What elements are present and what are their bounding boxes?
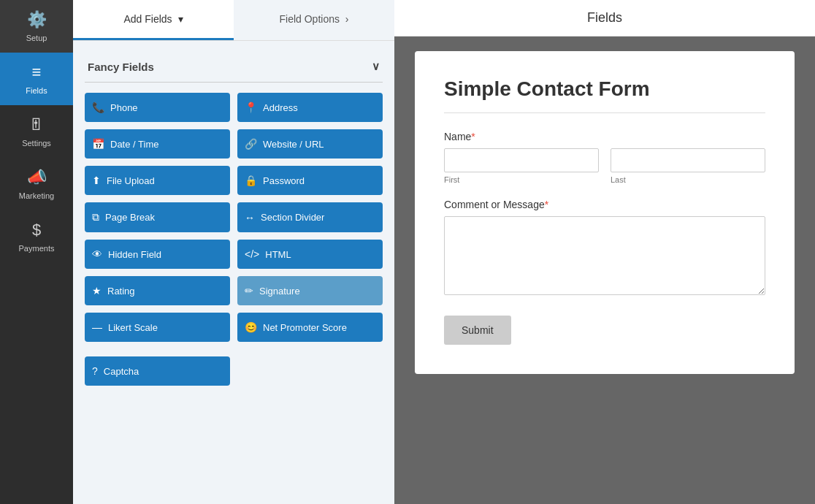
settings-icon: 🎚 bbox=[28, 115, 45, 134]
name-label: Name* bbox=[444, 131, 765, 142]
field-btn-sectiondivider[interactable]: ↔ Section Divider bbox=[237, 202, 383, 232]
field-btn-fileupload[interactable]: ⬆ File Upload bbox=[85, 166, 230, 195]
fancy-fields-header[interactable]: Fancy Fields ∨ bbox=[85, 53, 383, 82]
field-btn-datetime-label: Date / Time bbox=[110, 139, 158, 150]
main-header: Fields bbox=[394, 0, 815, 37]
field-btn-html[interactable]: </> HTML bbox=[237, 240, 383, 269]
sidebar: ⚙️ Setup ≡ Fields 🎚 Settings 📣 Marketing… bbox=[0, 0, 73, 504]
field-btn-address[interactable]: 📍 Address bbox=[237, 93, 383, 122]
field-btn-website[interactable]: 🔗 Website / URL bbox=[237, 129, 383, 159]
panel-tabs: Add Fields ▾ Field Options › bbox=[73, 0, 394, 41]
first-name-field: First bbox=[444, 148, 599, 184]
field-btn-signature[interactable]: ✏ Signature bbox=[237, 276, 383, 305]
captcha-icon: ? bbox=[92, 365, 98, 377]
first-name-input[interactable] bbox=[444, 148, 599, 172]
tab-add-fields[interactable]: Add Fields ▾ bbox=[73, 0, 234, 40]
phone-icon: 📞 bbox=[92, 102, 104, 113]
form-title: Simple Contact Form bbox=[444, 77, 765, 113]
address-icon: 📍 bbox=[245, 102, 257, 113]
hiddenfield-icon: 👁 bbox=[92, 248, 102, 260]
fancy-fields-divider bbox=[85, 82, 383, 83]
field-btn-pagebreak-label: Page Break bbox=[105, 212, 155, 223]
panel-content: Fancy Fields ∨ 📞 Phone 📍 Address 📅 Date … bbox=[73, 41, 394, 504]
fields-panel: Add Fields ▾ Field Options › Fancy Field… bbox=[73, 0, 394, 504]
last-name-field: Last bbox=[611, 148, 765, 184]
field-btn-hiddenfield-label: Hidden Field bbox=[108, 249, 161, 260]
field-btn-likertscale-label: Likert Scale bbox=[108, 322, 158, 333]
field-btn-captcha-label: Captcha bbox=[104, 366, 139, 377]
field-btn-address-label: Address bbox=[263, 102, 298, 113]
html-icon: </> bbox=[245, 248, 259, 260]
sidebar-item-payments[interactable]: $ Payments bbox=[0, 210, 73, 263]
sidebar-item-payments-label: Payments bbox=[19, 244, 55, 253]
field-btn-likertscale[interactable]: — Likert Scale bbox=[85, 313, 230, 342]
field-btn-hiddenfield[interactable]: 👁 Hidden Field bbox=[85, 240, 230, 269]
website-icon: 🔗 bbox=[245, 138, 257, 150]
field-btn-rating[interactable]: ★ Rating bbox=[85, 276, 230, 305]
field-btn-phone-label: Phone bbox=[110, 102, 138, 113]
message-field: Comment or Message* bbox=[444, 199, 765, 298]
password-icon: 🔒 bbox=[245, 175, 257, 186]
sidebar-item-settings[interactable]: 🎚 Settings bbox=[0, 105, 73, 158]
first-name-sublabel: First bbox=[444, 175, 599, 184]
sidebar-item-marketing[interactable]: 📣 Marketing bbox=[0, 158, 73, 210]
pagebreak-icon: ⧉ bbox=[92, 211, 99, 224]
datetime-icon: 📅 bbox=[92, 138, 104, 150]
field-btn-password[interactable]: 🔒 Password bbox=[237, 166, 383, 195]
sidebar-item-fields[interactable]: ≡ Fields bbox=[0, 53, 73, 105]
field-btn-sectiondivider-label: Section Divider bbox=[261, 212, 324, 223]
form-card: Simple Contact Form Name* First Last Com… bbox=[415, 51, 795, 374]
field-btn-phone[interactable]: 📞 Phone bbox=[85, 93, 230, 122]
field-btn-netpromoter-label: Net Promoter Score bbox=[263, 322, 347, 333]
sidebar-item-setup[interactable]: ⚙️ Setup bbox=[0, 0, 73, 53]
field-options-chevron-icon: › bbox=[345, 13, 349, 25]
setup-icon: ⚙️ bbox=[27, 10, 47, 29]
sidebar-item-marketing-label: Marketing bbox=[19, 191, 54, 200]
message-label: Comment or Message* bbox=[444, 199, 765, 210]
field-btn-captcha[interactable]: ? Captcha bbox=[85, 356, 230, 386]
name-group: First Last bbox=[444, 148, 765, 184]
fileupload-icon: ⬆ bbox=[92, 175, 101, 186]
sectiondivider-icon: ↔ bbox=[245, 212, 255, 224]
sidebar-item-setup-label: Setup bbox=[26, 34, 47, 42]
fancy-fields-collapse-icon: ∨ bbox=[372, 60, 380, 73]
payments-icon: $ bbox=[32, 221, 41, 240]
page-title: Fields bbox=[587, 10, 622, 25]
signature-icon: ✏ bbox=[245, 285, 253, 297]
add-fields-chevron-icon: ▾ bbox=[178, 13, 183, 25]
field-btn-datetime[interactable]: 📅 Date / Time bbox=[85, 129, 230, 159]
fancy-fields-label: Fancy Fields bbox=[88, 61, 154, 73]
tab-field-options[interactable]: Field Options › bbox=[234, 0, 394, 40]
field-btn-website-label: Website / URL bbox=[263, 139, 324, 150]
rating-icon: ★ bbox=[92, 285, 102, 297]
field-btn-password-label: Password bbox=[263, 175, 305, 186]
field-btn-fileupload-label: File Upload bbox=[107, 175, 155, 186]
last-name-input[interactable] bbox=[611, 148, 765, 172]
field-btn-html-label: HTML bbox=[265, 249, 291, 260]
netpromoter-icon: 😊 bbox=[245, 321, 257, 333]
last-name-sublabel: Last bbox=[611, 175, 765, 184]
sidebar-item-settings-label: Settings bbox=[22, 139, 51, 148]
submit-button[interactable]: Submit bbox=[444, 316, 511, 345]
message-textarea[interactable] bbox=[444, 216, 765, 295]
field-btn-netpromoter[interactable]: 😊 Net Promoter Score bbox=[237, 313, 383, 342]
form-preview-area: Simple Contact Form Name* First Last Com… bbox=[394, 37, 815, 504]
likertscale-icon: — bbox=[92, 321, 102, 333]
fields-grid: 📞 Phone 📍 Address 📅 Date / Time 🔗 Websit… bbox=[85, 93, 383, 342]
field-btn-pagebreak[interactable]: ⧉ Page Break bbox=[85, 202, 230, 232]
fields-icon: ≡ bbox=[32, 63, 42, 82]
marketing-icon: 📣 bbox=[27, 168, 47, 187]
field-btn-signature-label: Signature bbox=[259, 286, 300, 297]
main-content: Fields Simple Contact Form Name* First L… bbox=[394, 0, 815, 504]
sidebar-item-fields-label: Fields bbox=[26, 86, 47, 95]
field-btn-rating-label: Rating bbox=[107, 286, 135, 297]
